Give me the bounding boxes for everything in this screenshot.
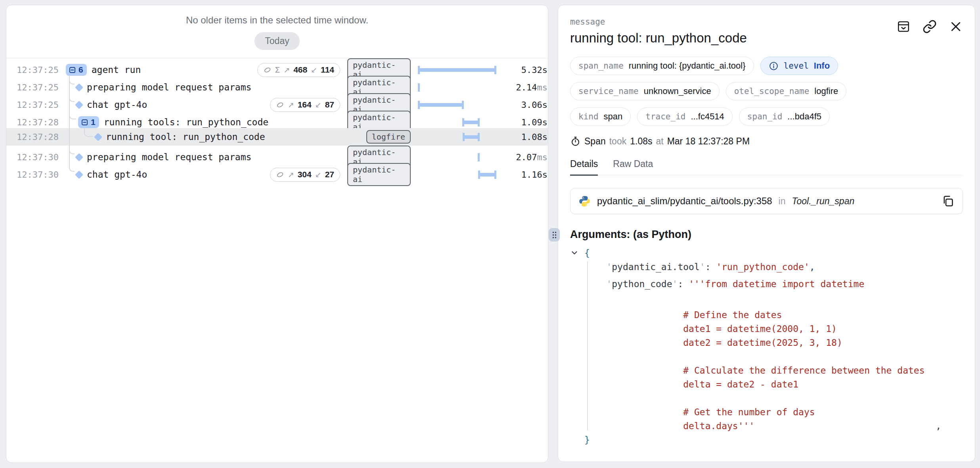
code-line: # Get the number of days [584, 405, 963, 419]
attr-span_name[interactable]: span_namerunning tool: {pydantic_ai.tool… [570, 57, 754, 75]
copy-icon[interactable] [941, 194, 955, 208]
row-timestamp: 12:37:28 [6, 132, 66, 142]
row-tree: chat gpt-4o [66, 163, 244, 186]
span-timing: Span took 1.08s at Mar 18 12:37:28 PM [570, 136, 963, 147]
attr-span_id[interactable]: span_id...bda4f5 [739, 107, 830, 126]
attr-value: span [604, 111, 623, 122]
tab-details[interactable]: Details [570, 159, 598, 176]
row-metrics: Σ↗468↙114 [244, 63, 347, 77]
row-duration: 2.14ms [506, 82, 547, 92]
span-word: Span [584, 136, 606, 147]
sigma-icon: Σ [275, 65, 280, 75]
tree-elbow [69, 110, 76, 119]
archive-icon[interactable] [896, 19, 911, 34]
attribute-row: kindspantrace_id...fc4514span_id...bda4f… [570, 107, 963, 126]
code-location-function: Tool._run_span [792, 196, 855, 207]
attr-key: trace_id [645, 112, 685, 121]
code-line: # Define the dates [584, 308, 963, 322]
collapse-badge[interactable]: 1 [78, 116, 99, 128]
took-word: took [609, 136, 626, 147]
attr-key: service_name [578, 86, 639, 96]
code-line: date1 = datetime(2000, 1, 1) [584, 322, 963, 336]
attribute-row: span_namerunning tool: {pydantic_ai.tool… [570, 57, 963, 75]
attr-trace_id[interactable]: trace_id...fc4514 [637, 107, 733, 126]
duration-bar [463, 135, 479, 139]
span-diamond-icon [75, 170, 83, 178]
child-count: 1 [91, 117, 96, 127]
close-icon[interactable] [949, 19, 963, 34]
duration-bar [479, 173, 496, 176]
today-button[interactable]: Today [255, 32, 299, 50]
span-name: running tool: run_python_code [106, 132, 265, 142]
trace-row[interactable]: 12:37:25preparing model request paramspy… [6, 76, 548, 93]
output-tokens-arrow-icon: ↙ [315, 170, 322, 179]
trace-row[interactable]: 12:37:25chat gpt-4o↗164↙87pydantic-ai3.0… [6, 93, 548, 111]
code-line: } [584, 433, 963, 447]
output-tokens: 27 [325, 170, 334, 179]
detail-tabs: Details Raw Data [570, 159, 963, 175]
scope-tag-pydantic-ai[interactable]: pydantic-ai [347, 163, 411, 186]
attr-key: otel_scope_name [734, 86, 810, 96]
tree-elbow [69, 145, 75, 154]
code-line: delta.days''' , [584, 419, 963, 433]
trace-row[interactable]: 12:37:30chat gpt-4o↗304↙27pydantic-ai1.1… [6, 163, 548, 180]
tokens-icon [263, 66, 272, 74]
info-icon [769, 61, 779, 71]
attr-value: ...bda4f5 [787, 111, 821, 122]
span-detail-panel: message running tool: run_python_code [558, 5, 975, 462]
span-diamond-icon [75, 100, 83, 109]
tree-elbow [69, 93, 75, 102]
collapse-minus-icon [80, 118, 89, 127]
output-tokens-arrow-icon: ↙ [311, 65, 317, 75]
span-name: agent run [92, 65, 141, 75]
code-line: # Calculate the difference between the d… [584, 364, 963, 378]
attr-kind[interactable]: kindspan [570, 107, 631, 126]
output-tokens: 114 [321, 65, 334, 75]
attr-key: span_name [578, 61, 624, 71]
list-header: No older items in the selected time wind… [6, 5, 548, 58]
code-line [584, 350, 963, 364]
row-timestamp: 12:37:25 [6, 100, 66, 110]
tree-elbow [69, 163, 75, 172]
tokens-icon [276, 171, 284, 179]
span-name: preparing model request params [87, 82, 251, 92]
trace-row[interactable]: 12:37:30preparing model request paramspy… [6, 146, 548, 163]
code-line: delta = date2 - date1 [584, 378, 963, 391]
tab-raw-data[interactable]: Raw Data [613, 159, 653, 175]
attr-key: span_id [747, 112, 783, 121]
input-tokens: 468 [293, 65, 307, 75]
trace-row[interactable]: 12:37:256agent runΣ↗468↙114pydantic-ai5.… [6, 58, 548, 76]
trace-row[interactable]: 12:37:281running tools: run_python_codep… [6, 111, 548, 128]
trace-row[interactable]: 12:37:28running tool: run_python_codelog… [6, 128, 548, 146]
panel-resize-handle[interactable] [549, 228, 560, 242]
python-icon [578, 195, 591, 207]
copy-link-icon[interactable] [923, 19, 937, 34]
span-name: chat gpt-4o [87, 100, 147, 110]
row-tree: running tool: run_python_code [66, 128, 244, 146]
span-name: running tools: run_python_code [104, 117, 268, 127]
trace-rows: 12:37:256agent runΣ↗468↙114pydantic-ai5.… [6, 58, 548, 180]
code-location[interactable]: pydantic_ai_slim/pydantic_ai/tools.py:35… [570, 188, 963, 214]
stopwatch-icon [570, 136, 581, 147]
at-word: at [656, 136, 663, 147]
token-usage-chip: Σ↗468↙114 [257, 63, 340, 77]
logfire-trace-view: { "left_panel": { "empty_notice": "No ol… [0, 0, 980, 468]
tree-elbow [84, 128, 93, 137]
attr-otel_scope_name[interactable]: otel_scope_namelogfire [726, 82, 847, 100]
trace-list-panel: No older items in the selected time wind… [6, 5, 548, 463]
attr-service_name[interactable]: service_nameunknown_service [570, 82, 720, 100]
collapse-toggle-icon[interactable] [570, 248, 579, 257]
row-timestamp: 12:37:30 [6, 152, 66, 162]
code-line [584, 294, 963, 308]
timeline-track [419, 163, 496, 186]
span-name: preparing model request params [87, 152, 251, 162]
input-tokens-arrow-icon: ↗ [288, 170, 294, 179]
duration-tick [478, 153, 480, 161]
input-tokens: 164 [298, 100, 312, 109]
collapse-badge[interactable]: 6 [66, 64, 87, 76]
attr-level[interactable]: levelInfo [760, 57, 838, 75]
code-line [584, 391, 963, 405]
attr-value: running tool: {pydantic_ai.tool} [629, 61, 746, 71]
attr-value: logfire [814, 86, 838, 96]
scope-tag-logfire[interactable]: logfire [366, 130, 411, 144]
